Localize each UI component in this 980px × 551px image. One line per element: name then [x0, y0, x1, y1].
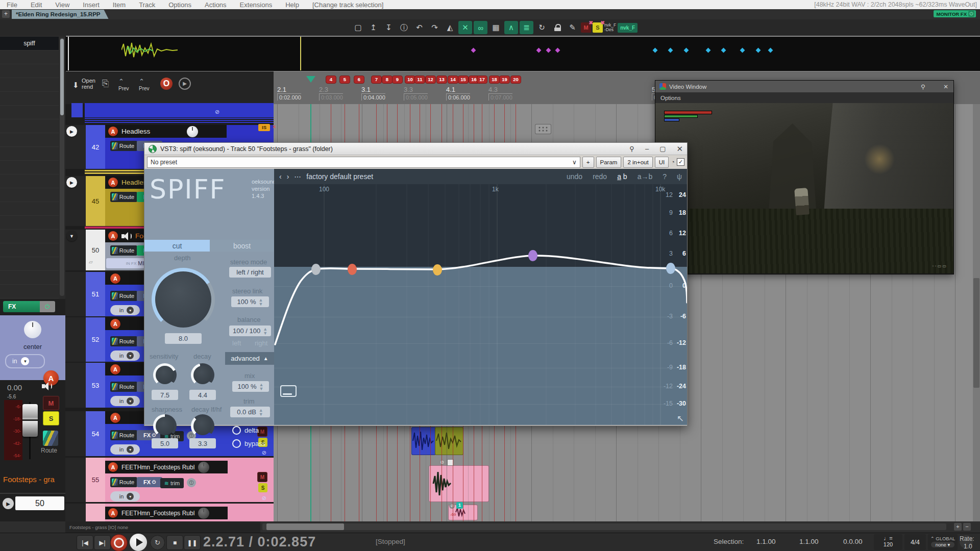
- record-input-selector[interactable]: in▼: [5, 354, 45, 368]
- fx-list-empty-row[interactable]: [0, 271, 59, 285]
- minimize-icon[interactable]: –: [645, 145, 649, 153]
- node-red[interactable]: [348, 264, 357, 275]
- video-title-bar[interactable]: Video Window ⚲ ✕: [655, 81, 953, 92]
- menu-item-edit[interactable]: Edit: [24, 0, 48, 9]
- collapse-button[interactable]: ▶: [66, 126, 77, 137]
- automation-badge[interactable]: A: [110, 273, 120, 284]
- fx-list-empty-row[interactable]: [0, 174, 59, 188]
- menu-item-file[interactable]: File: [0, 0, 24, 9]
- prev-button-2[interactable]: Prev: [139, 86, 150, 91]
- speaker-icon[interactable]: [42, 382, 52, 390]
- route-button[interactable]: Route: [110, 477, 137, 487]
- menu-item-insert[interactable]: Insert: [76, 0, 106, 9]
- bpm-box[interactable]: ♩=120: [874, 534, 902, 550]
- horizontal-scrollbar[interactable]: + −: [260, 521, 980, 533]
- time-signature-box[interactable]: 4/4: [904, 534, 926, 550]
- vscroll-thumb[interactable]: [973, 278, 979, 388]
- track-number[interactable]: 54: [86, 411, 105, 456]
- track-number[interactable]: 55: [86, 458, 105, 502]
- fx-list-empty-row[interactable]: [0, 257, 59, 271]
- collapse-button[interactable]: ▶: [66, 177, 77, 188]
- fx-power-icon[interactable]: ⏻: [40, 301, 55, 312]
- mute-badge[interactable]: M✖: [581, 22, 591, 33]
- fx-list-empty-row[interactable]: [0, 216, 59, 230]
- node-grey[interactable]: [311, 264, 321, 275]
- automation-badge[interactable]: A: [110, 413, 120, 423]
- import-icon[interactable]: ↧: [382, 21, 396, 34]
- ruler-marker-19[interactable]: 19: [499, 76, 510, 84]
- fx-list-empty-row[interactable]: [0, 51, 59, 64]
- ruler-marker-9[interactable]: 9: [392, 76, 403, 84]
- go-start-button[interactable]: |◀: [77, 535, 93, 550]
- env-bypass-icon[interactable]: ⊘: [213, 108, 221, 116]
- solo-button[interactable]: S: [43, 411, 59, 425]
- track-name-bar[interactable]: AFEETHmn_Footsteps Rubl: [105, 461, 228, 473]
- ruler-marker-18[interactable]: 18: [489, 76, 500, 84]
- route-button[interactable]: Route: [110, 336, 137, 346]
- new-project-icon[interactable]: ▢: [351, 21, 365, 34]
- selection-end[interactable]: 1.1.00: [799, 538, 819, 545]
- input-selector[interactable]: in▼: [110, 305, 140, 315]
- ruler-marker-6[interactable]: 6: [354, 76, 364, 84]
- node-blue[interactable]: [666, 263, 675, 274]
- fx-button[interactable]: FX ⏻: [3, 301, 55, 312]
- audio-item-olive[interactable]: [435, 427, 463, 455]
- repeat-button[interactable]: ↻: [150, 535, 165, 550]
- track-name-bar[interactable]: AHeadless: [105, 125, 227, 138]
- envelope-icon[interactable]: ∧: [504, 21, 518, 34]
- balance-value[interactable]: 100 / 100▲▼: [229, 325, 271, 336]
- grid-icon[interactable]: ≣: [520, 21, 533, 34]
- eq-graph[interactable]: ‹ › ⋯ factory default preset undo redo a…: [274, 169, 687, 425]
- mute-button[interactable]: M: [43, 396, 59, 410]
- menu-item-extensions[interactable]: Extensions: [233, 0, 279, 9]
- link-icon[interactable]: ∞: [474, 21, 487, 34]
- sensitivity-value[interactable]: 7.5: [152, 390, 178, 400]
- monitor-fx-button[interactable]: MONITOR FX ⏻: [934, 10, 976, 17]
- node-purple[interactable]: [528, 250, 537, 261]
- decay-knob[interactable]: [191, 363, 214, 387]
- track-row-55[interactable]: 55AFEETHmn_Footsteps RublRouteFX⏻≋trimⓘi…: [65, 458, 274, 502]
- input-selector[interactable]: in▼: [110, 396, 140, 406]
- nvk-label[interactable]: nvk_F-Des: [604, 23, 616, 32]
- depth-value[interactable]: 8.0: [165, 333, 202, 344]
- input-selector[interactable]: in▼: [110, 491, 140, 502]
- collapse-button[interactable]: ▼: [66, 231, 77, 241]
- audio-item-pink-1[interactable]: [429, 465, 489, 502]
- depth-knob[interactable]: [152, 268, 215, 331]
- ruler-marker-14[interactable]: 14: [448, 76, 458, 84]
- env-icon[interactable]: ⊘: [262, 449, 266, 456]
- take-number-badge[interactable]: 1: [456, 502, 463, 509]
- trim-value[interactable]: 0.0 dB▲▼: [230, 407, 270, 417]
- selection-start[interactable]: 1.1.00: [756, 538, 776, 545]
- decay-lfhf-value[interactable]: 3.3: [189, 438, 216, 448]
- menu-item-options[interactable]: Options: [162, 0, 198, 9]
- record-button[interactable]: [110, 534, 128, 551]
- fx-list-empty-row[interactable]: [0, 243, 59, 257]
- ruler-marker-20[interactable]: 20: [510, 76, 521, 84]
- fx-list-empty-row[interactable]: [0, 92, 59, 106]
- route-button[interactable]: Route: [110, 291, 137, 301]
- zoom-out-button[interactable]: −: [963, 523, 971, 531]
- lock-icon[interactable]: [550, 21, 564, 34]
- input-selector[interactable]: in▼: [110, 350, 140, 361]
- tab-boost[interactable]: boost: [210, 240, 274, 252]
- menu-item-track[interactable]: Track: [132, 0, 162, 9]
- solo-button[interactable]: S: [258, 483, 267, 492]
- param-button[interactable]: Param: [596, 157, 622, 168]
- ui-button[interactable]: UI: [655, 157, 669, 168]
- decay-lfhf-knob[interactable]: [191, 414, 214, 438]
- audio-item-blue[interactable]: [411, 427, 436, 455]
- menu-item-item[interactable]: Item: [106, 0, 132, 9]
- maximize-icon[interactable]: ▢: [659, 145, 666, 153]
- add-fx-button[interactable]: +: [582, 157, 594, 168]
- ruler-marker-5[interactable]: 5: [339, 76, 350, 84]
- track-number[interactable]: 51: [86, 272, 105, 316]
- volume-fader[interactable]: [22, 404, 38, 437]
- transport-position[interactable]: 2.2.71 / 0:02.857: [203, 534, 316, 550]
- close-icon[interactable]: ✕: [943, 83, 948, 90]
- pencil-icon[interactable]: ✎: [566, 21, 579, 34]
- node-yellow[interactable]: [433, 264, 442, 276]
- resize-handle[interactable]: ↖: [677, 413, 684, 424]
- item-solo-badge[interactable]: IS: [258, 124, 270, 131]
- stereo-link-value[interactable]: 100 %▲▼: [231, 296, 269, 307]
